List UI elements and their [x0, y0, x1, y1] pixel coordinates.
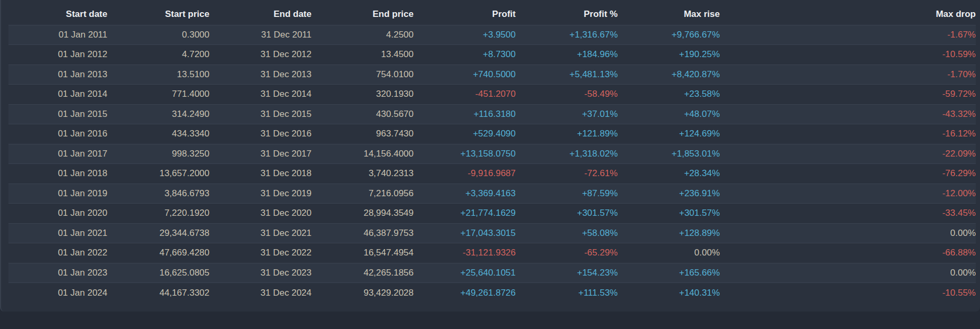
cell-max-drop: -66.88%	[720, 243, 976, 263]
cell-end-price: 963.7430	[312, 124, 414, 144]
cell-profit: +8.7300	[414, 45, 516, 65]
cell-start-date: 01 Jan 2019	[8, 184, 107, 204]
cell-profit-: +121.89%	[516, 124, 618, 144]
column-header-start-price: Start price	[107, 4, 209, 25]
cell-max-rise: +140.31%	[618, 283, 720, 303]
cell-profit-: +111.53%	[516, 283, 618, 303]
cell-max-drop: -10.59%	[720, 45, 976, 65]
cell-end-price: 28,994.3549	[312, 204, 414, 224]
cell-end-date: 31 Dec 2012	[209, 45, 312, 65]
cell-end-date: 31 Dec 2017	[209, 144, 312, 164]
cell-profit: +3,369.4163	[414, 184, 516, 204]
cell-start-date: 01 Jan 2015	[8, 104, 107, 124]
cell-profit: +17,043.3015	[414, 223, 516, 243]
table-row: 01 Jan 2014771.400031 Dec 2014320.1930-4…	[8, 85, 976, 105]
cell-end-date: 31 Dec 2013	[209, 65, 312, 85]
table-row: 01 Jan 202247,669.428031 Dec 202216,547.…	[8, 243, 976, 263]
column-header-end-date: End date	[209, 4, 312, 25]
cell-max-drop: -43.32%	[720, 104, 976, 124]
cell-end-date: 31 Dec 2011	[209, 25, 312, 45]
cell-max-drop: -59.72%	[720, 85, 976, 105]
cell-start-price: 29,344.6738	[107, 223, 209, 243]
cell-profit-: +154.23%	[516, 263, 618, 283]
cell-max-drop: -12.00%	[720, 184, 976, 204]
cell-end-price: 14,156.4000	[312, 144, 414, 164]
cell-end-date: 31 Dec 2016	[209, 124, 312, 144]
cell-start-date: 01 Jan 2018	[8, 164, 107, 184]
cell-max-drop: -10.55%	[720, 283, 976, 303]
table-row: 01 Jan 202129,344.673831 Dec 202146,387.…	[8, 223, 976, 243]
cell-start-date: 01 Jan 2024	[8, 283, 107, 303]
cell-start-price: 771.4000	[107, 85, 209, 105]
cell-end-date: 31 Dec 2014	[209, 85, 312, 105]
column-header-end-price: End price	[312, 4, 414, 25]
cell-end-price: 16,547.4954	[312, 243, 414, 263]
cell-max-rise: +9,766.67%	[618, 25, 720, 45]
cell-max-drop: -16.12%	[720, 124, 976, 144]
cell-end-price: 3,740.2313	[312, 164, 414, 184]
cell-profit-: -65.29%	[516, 243, 618, 263]
table-row: 01 Jan 202444,167.330231 Dec 202493,429.…	[8, 283, 976, 303]
cell-max-drop: -22.09%	[720, 144, 976, 164]
cell-start-date: 01 Jan 2020	[8, 204, 107, 224]
cell-end-date: 31 Dec 2018	[209, 164, 312, 184]
cell-profit-: +87.59%	[516, 184, 618, 204]
cell-profit: +49,261.8726	[414, 283, 516, 303]
page-background: Start dateStart priceEnd dateEnd pricePr…	[0, 0, 980, 329]
cell-start-price: 44,167.3302	[107, 283, 209, 303]
table-row: 01 Jan 201313.510031 Dec 2013754.0100+74…	[8, 65, 976, 85]
cell-max-rise: +236.91%	[618, 184, 720, 204]
cell-start-price: 13,657.2000	[107, 164, 209, 184]
cell-profit: -451.2070	[414, 85, 516, 105]
cell-profit-: +58.08%	[516, 223, 618, 243]
cell-max-drop: -33.45%	[720, 204, 976, 224]
yearly-performance-card: Start dateStart priceEnd dateEnd pricePr…	[0, 0, 980, 312]
cell-max-rise: +128.89%	[618, 223, 720, 243]
cell-start-date: 01 Jan 2017	[8, 144, 107, 164]
cell-max-rise: 0.00%	[618, 243, 720, 263]
cell-max-rise: +8,420.87%	[618, 65, 720, 85]
table-body: 01 Jan 20110.300031 Dec 20114.2500+3.950…	[8, 25, 976, 303]
column-header-max-drop: Max drop	[720, 4, 976, 25]
cell-start-date: 01 Jan 2023	[8, 263, 107, 283]
table-row: 01 Jan 20124.720031 Dec 201213.4500+8.73…	[8, 45, 976, 65]
table-row: 01 Jan 20110.300031 Dec 20114.2500+3.950…	[8, 25, 976, 45]
cell-profit: +21,774.1629	[414, 204, 516, 224]
yearly-performance-table: Start dateStart priceEnd dateEnd pricePr…	[8, 4, 976, 303]
cell-end-price: 42,265.1856	[312, 263, 414, 283]
column-header-profit-: Profit %	[516, 4, 618, 25]
cell-profit-: +1,316.67%	[516, 25, 618, 45]
cell-start-price: 3,846.6793	[107, 184, 209, 204]
cell-profit: +740.5000	[414, 65, 516, 85]
cell-max-rise: +190.25%	[618, 45, 720, 65]
header-row: Start dateStart priceEnd dateEnd pricePr…	[8, 4, 976, 25]
cell-profit-: +184.96%	[516, 45, 618, 65]
cell-max-rise: +124.69%	[618, 124, 720, 144]
column-header-max-rise: Max rise	[618, 4, 720, 25]
cell-start-price: 7,220.1920	[107, 204, 209, 224]
cell-start-price: 0.3000	[107, 25, 209, 45]
table-row: 01 Jan 2017998.325031 Dec 201714,156.400…	[8, 144, 976, 164]
column-header-profit: Profit	[414, 4, 516, 25]
cell-profit: +25,640.1051	[414, 263, 516, 283]
cell-max-rise: +23.58%	[618, 85, 720, 105]
cell-max-drop: 0.00%	[720, 263, 976, 283]
cell-end-date: 31 Dec 2021	[209, 223, 312, 243]
cell-start-date: 01 Jan 2016	[8, 124, 107, 144]
cell-max-rise: +301.57%	[618, 204, 720, 224]
cell-max-drop: -1.67%	[720, 25, 976, 45]
cell-max-rise: +28.34%	[618, 164, 720, 184]
cell-profit: +3.9500	[414, 25, 516, 45]
table-row: 01 Jan 20207,220.192031 Dec 202028,994.3…	[8, 204, 976, 224]
cell-start-price: 47,669.4280	[107, 243, 209, 263]
cell-profit: +529.4090	[414, 124, 516, 144]
cell-profit-: +1,318.02%	[516, 144, 618, 164]
cell-end-price: 7,216.0956	[312, 184, 414, 204]
cell-profit-: +301.57%	[516, 204, 618, 224]
cell-start-price: 16,625.0805	[107, 263, 209, 283]
table-row: 01 Jan 2015314.249031 Dec 2015430.5670+1…	[8, 104, 976, 124]
cell-max-rise: +165.66%	[618, 263, 720, 283]
cell-start-price: 4.7200	[107, 45, 209, 65]
cell-end-date: 31 Dec 2020	[209, 204, 312, 224]
cell-max-drop: -76.29%	[720, 164, 976, 184]
